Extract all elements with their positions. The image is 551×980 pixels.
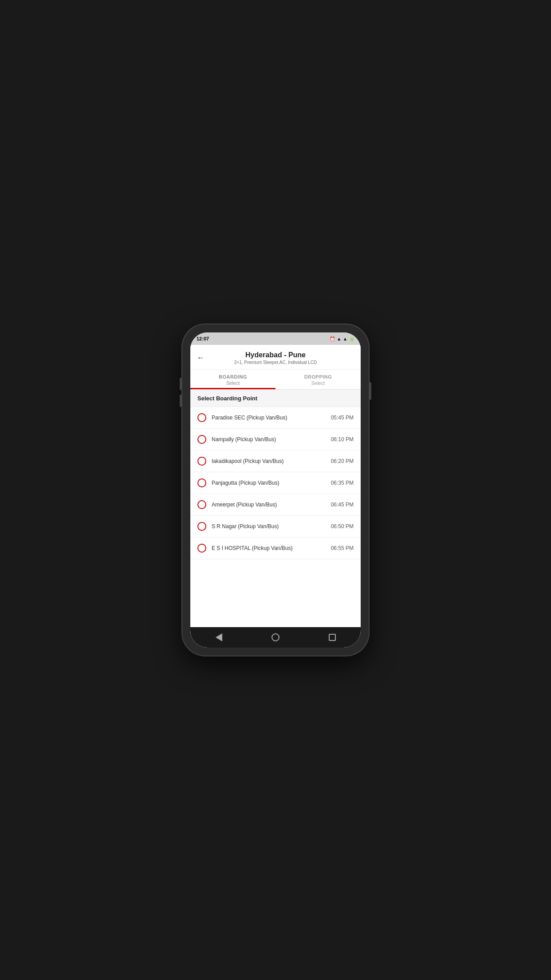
radio-button[interactable] [197,522,206,531]
radio-button[interactable] [197,500,206,509]
home-circle-icon [272,633,279,641]
stop-name: Ameerpet (Pickup Van/Bus) [212,502,331,508]
stop-time: 05:45 PM [331,415,354,421]
radio-button[interactable] [197,413,206,422]
boarding-item[interactable]: Panjagutta (Pickup Van/Bus)06:35 PM [190,472,361,494]
radio-button[interactable] [197,435,206,444]
tab-boarding[interactable]: BOARDING Select [190,370,276,389]
radio-button[interactable] [197,478,206,487]
boarding-item[interactable]: E S I HOSPITAL (Pickup Van/Bus)06:55 PM [190,537,361,559]
screen-content: ← Hyderabad - Pune 2+1, Premium Sleeper,… [190,345,361,627]
stop-name: Iakadikapool (Pickup Van/Bus) [212,458,331,464]
stop-time: 06:50 PM [331,523,354,530]
recent-square-icon [329,634,336,641]
boarding-item[interactable]: Nampally (Pickup Van/Bus)06:10 PM [190,429,361,450]
stop-name: S R Nagar (Pickup Van/Bus) [212,523,331,530]
header: ← Hyderabad - Pune 2+1, Premium Sleeper,… [190,345,361,370]
stop-name: Panjagutta (Pickup Van/Bus) [212,480,331,486]
header-text: Hyderabad - Pune 2+1, Premium Sleeper,AC… [197,351,354,365]
status-time: 12:07 [197,336,209,341]
phone-frame: 12:07 ⏰ ▲ ▲ 🔋 ← Hyderabad - Pune 2+1, Pr… [182,324,369,656]
boarding-list: Paradise SEC (Pickup Van/Bus)05:45 PMNam… [190,407,361,627]
tab-dropping[interactable]: DROPPING Select [276,370,361,389]
stop-time: 06:20 PM [331,458,354,464]
volume-down-button[interactable] [180,395,181,407]
boarding-item[interactable]: Ameerpet (Pickup Van/Bus)06:45 PM [190,494,361,516]
back-button[interactable]: ← [197,353,205,363]
status-bar: 12:07 ⏰ ▲ ▲ 🔋 [190,332,361,345]
dropping-tab-label: DROPPING [276,374,361,379]
status-icons: ⏰ ▲ ▲ 🔋 [330,336,354,341]
nav-recent-button[interactable] [326,631,339,644]
radio-button[interactable] [197,457,206,466]
phone-screen: 12:07 ⏰ ▲ ▲ 🔋 ← Hyderabad - Pune 2+1, Pr… [190,332,361,648]
back-triangle-icon [216,633,222,641]
boarding-item[interactable]: S R Nagar (Pickup Van/Bus)06:50 PM [190,516,361,537]
section-title: Select Boarding Point [197,395,257,402]
boarding-tab-sublabel: Select [190,380,276,386]
battery-icon: 🔋 [349,336,354,341]
bus-details: 2+1, Premium Sleeper,AC, Individual LCD [197,360,354,365]
nav-home-button[interactable] [269,631,282,644]
power-button[interactable] [370,382,371,400]
stop-time: 06:45 PM [331,502,354,508]
sim-icon: ▲ [337,336,341,341]
navigation-bar [190,627,361,648]
alarm-icon: ⏰ [330,336,335,341]
stop-name: Nampally (Pickup Van/Bus) [212,436,331,443]
tab-bar: BOARDING Select DROPPING Select [190,370,361,390]
route-title: Hyderabad - Pune [197,351,354,359]
volume-up-button[interactable] [180,378,181,390]
stop-time: 06:55 PM [331,545,354,551]
boarding-item[interactable]: Iakadikapool (Pickup Van/Bus)06:20 PM [190,450,361,472]
dropping-tab-sublabel: Select [276,380,361,386]
stop-name: E S I HOSPITAL (Pickup Van/Bus) [212,545,331,551]
section-header: Select Boarding Point [190,390,361,407]
boarding-tab-label: BOARDING [190,374,276,379]
boarding-item[interactable]: Paradise SEC (Pickup Van/Bus)05:45 PM [190,407,361,429]
signal-icon: ▲ [343,336,347,341]
stop-name: Paradise SEC (Pickup Van/Bus) [212,415,331,421]
stop-time: 06:10 PM [331,436,354,443]
radio-button[interactable] [197,544,206,553]
nav-back-button[interactable] [212,631,225,644]
stop-time: 06:35 PM [331,480,354,486]
